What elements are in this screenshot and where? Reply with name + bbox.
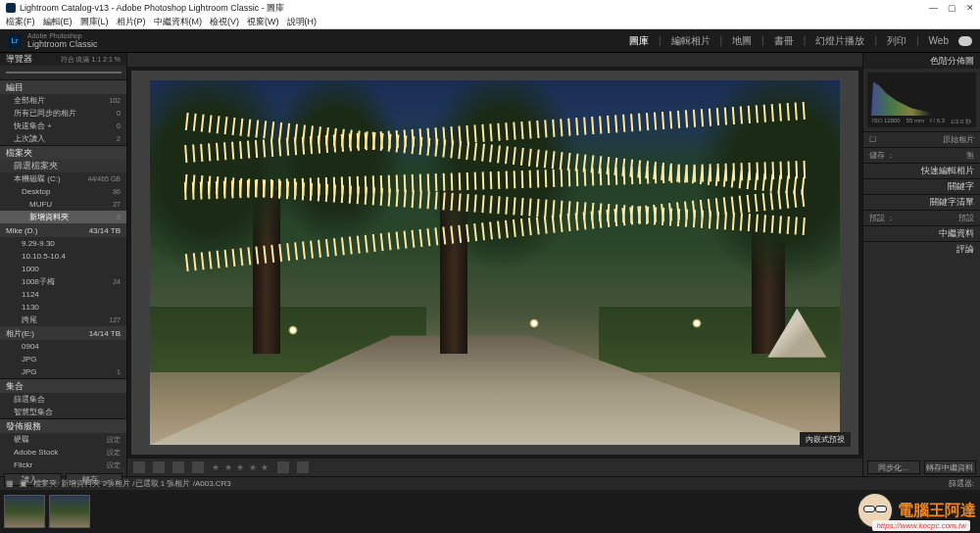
flag-icon[interactable] (277, 461, 289, 473)
module-tab[interactable]: 編輯相片 (671, 34, 710, 48)
exif-value: ISO 12800 (872, 118, 901, 126)
module-picker: 圖庫|編輯相片|地圖|書冊|幻燈片播放|列印|Web (629, 34, 972, 48)
folder-item[interactable]: MUFU27 (0, 198, 126, 211)
sync-button[interactable]: 同步化... (867, 460, 920, 474)
list-item[interactable]: 智慧型集合 (0, 406, 126, 418)
folder-item[interactable]: 1008子梅24 (0, 275, 126, 288)
folder-item[interactable]: 1130 (0, 301, 126, 314)
histogram[interactable]: ISO 1280055 mmf / 6.31/2.0 秒 (867, 73, 976, 127)
loupe-view-icon[interactable] (153, 461, 165, 473)
folder-item[interactable]: 1124 (0, 288, 126, 301)
menu-item[interactable]: 編輯(E) (43, 16, 73, 28)
keywording-header[interactable]: 關鍵字 (863, 178, 980, 194)
image-viewer[interactable]: 內嵌式預視 (131, 71, 858, 455)
menu-item[interactable]: 圖庫(L) (80, 16, 109, 28)
filmstrip-filter[interactable]: 篩選器: (949, 478, 974, 489)
lightroom-logo-icon: Lr (8, 34, 22, 48)
metadata-header[interactable]: 中繼資料 (863, 225, 980, 241)
module-tab[interactable]: 圖庫 (629, 34, 649, 48)
folder-item[interactable]: JPG1 (0, 365, 126, 378)
menu-item[interactable]: 說明(H) (287, 16, 318, 28)
preview-label: 內嵌式預視 (800, 432, 851, 447)
menu-item[interactable]: 檔案(F) (6, 16, 35, 28)
filmstrip (0, 490, 980, 533)
catalog-header[interactable]: 編目 (0, 80, 126, 94)
exif-value: 1/2.0 秒 (951, 118, 971, 126)
collections-header[interactable]: 集合 (0, 379, 126, 393)
list-item[interactable]: Adobe Stock設定 (0, 446, 126, 459)
keyword-list-header[interactable]: 關鍵字清單 (863, 194, 980, 210)
center-viewer: 內嵌式預視 ★ ★ ★ ★ ★ (127, 53, 862, 476)
list-item[interactable]: 篩選集合 (0, 393, 126, 406)
folder-item[interactable]: Desktop86 (0, 185, 126, 198)
list-item[interactable]: 硬碟設定 (0, 433, 126, 446)
module-tab[interactable]: 地圖 (732, 34, 752, 48)
sync-settings-button[interactable]: 轉存中繼資料 (924, 460, 977, 474)
navigator-title[interactable]: 導覽器 (6, 53, 32, 66)
publish-header[interactable]: 發佈服務 (0, 419, 126, 433)
left-panel: 導覽器 符合 填滿 1:1 2:1 % 編目 全部相片102所有已同步的相片0快… (0, 53, 127, 476)
right-panel: 色階分佈圖 ISO 1280055 mmf / 6.31/2.0 秒 ☐原始相片… (862, 53, 980, 476)
list-item[interactable]: Flickr設定 (0, 459, 126, 471)
maximize-button[interactable]: ▢ (948, 3, 956, 13)
folder-item[interactable]: JPG (0, 353, 126, 365)
close-button[interactable]: ✕ (966, 3, 974, 13)
folder-item[interactable]: 新增資料夾2 (0, 211, 126, 223)
list-item[interactable]: 全部相片102 (0, 94, 126, 107)
folder-item[interactable]: 0904 (0, 340, 126, 353)
histogram-title[interactable]: 色階分佈圖 (930, 55, 974, 68)
cloud-sync-icon[interactable] (958, 36, 972, 46)
minimize-button[interactable]: — (929, 3, 938, 13)
bottom-toolbar: ★ ★ ★ ★ ★ (127, 459, 862, 476)
folders-header[interactable]: 檔案夾 (0, 146, 126, 160)
compare-view-icon[interactable] (172, 461, 184, 473)
folder-item[interactable]: 跨尾127 (0, 314, 126, 326)
folder-item[interactable]: 本機磁碟 (C:)44/465 GB (0, 172, 126, 185)
folder-filter[interactable]: 篩選檔案夾 (14, 160, 58, 172)
filmstrip-path[interactable]: 檔案夾: 新增資料夾 2張相片 /已選取 1 張相片 /A003.CR3 (33, 478, 231, 489)
menu-item[interactable]: 檢視(V) (210, 16, 239, 28)
folder-item[interactable]: 相片(E:)14/14 TB (0, 326, 126, 340)
filmstrip-thumb[interactable] (49, 495, 90, 528)
grid-view-icon[interactable] (133, 461, 145, 473)
exif-value: f / 6.3 (930, 118, 945, 126)
module-tab[interactable]: 幻燈片播放 (815, 34, 864, 48)
module-tab[interactable]: 書冊 (774, 34, 794, 48)
menu-bar: 檔案(F)編輯(E)圖庫(L)相片(P)中繼資料(M)檢視(V)視窗(W)說明(… (0, 16, 980, 29)
rotate-icon[interactable] (297, 461, 309, 473)
secondary-display-icon[interactable]: ▣ (20, 479, 27, 488)
menu-item[interactable]: 中繼資料(M) (154, 16, 203, 28)
list-item[interactable]: 快速集合 +0 (0, 120, 126, 132)
rating-stars[interactable]: ★ ★ ★ ★ ★ (212, 462, 270, 472)
menu-item[interactable]: 視窗(W) (247, 16, 279, 28)
folder-item[interactable]: 1000 (0, 263, 126, 275)
menu-item[interactable]: 相片(P) (117, 16, 146, 28)
folder-item[interactable]: 9.29-9.30 (0, 237, 126, 250)
app-icon (6, 3, 16, 13)
survey-view-icon[interactable] (192, 461, 204, 473)
navigator-zoom[interactable]: 符合 填滿 1:1 2:1 % (61, 55, 121, 65)
module-tab[interactable]: 列印 (887, 34, 906, 48)
preview-photo (150, 80, 841, 445)
window-title: Lightroom Catalog-v13 - Adobe Photoshop … (20, 2, 284, 15)
module-tab[interactable]: Web (929, 35, 949, 46)
folder-item[interactable]: 10.10.5-10.4 (0, 250, 126, 263)
exif-value: 55 mm (906, 118, 924, 126)
brand-label: Adobe Photoshop Lightroom Classic (27, 32, 98, 49)
original-checkbox[interactable]: ☐ (869, 135, 876, 144)
quick-develop-header[interactable]: 快速編輯相片 (863, 163, 980, 178)
top-toolbar (127, 53, 862, 67)
list-item[interactable]: 所有已同步的相片0 (0, 107, 126, 120)
navigator-thumbnail[interactable] (6, 72, 122, 73)
filmstrip-thumb[interactable] (4, 495, 45, 528)
comments-header[interactable]: 評論 (863, 241, 980, 257)
grid-icon[interactable]: ▦ (6, 479, 14, 488)
list-item[interactable]: 上次讀入2 (0, 132, 126, 145)
folder-item[interactable]: Mike (D.)43/14 TB (0, 223, 126, 237)
